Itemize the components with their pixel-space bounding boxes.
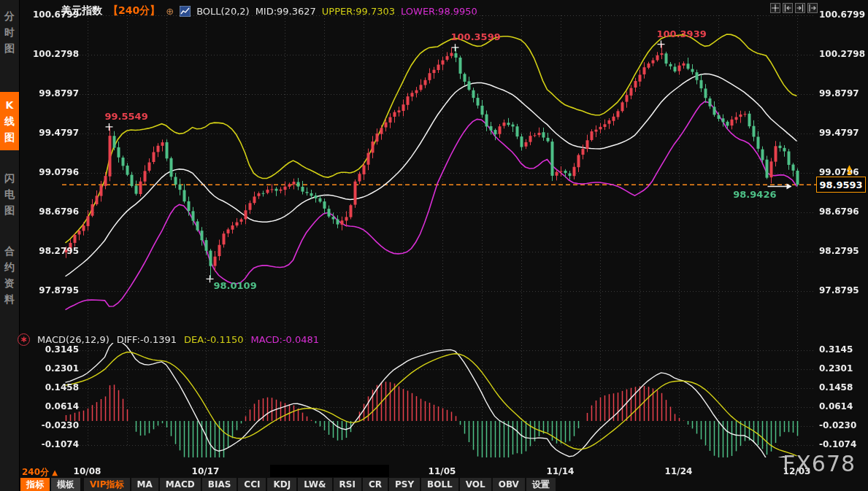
price-annotation: 100.3599 xyxy=(451,31,501,42)
macd-axis-label: 0.3145 xyxy=(819,344,868,355)
price-axis-label: 98.6796 xyxy=(22,206,79,217)
macd-axis-label: 0.2301 xyxy=(819,363,868,374)
price-axis-label: 100.2798 xyxy=(22,49,79,59)
sidebar: 分时图K线图闪电图合约资料 xyxy=(0,0,20,491)
price-annotation: 100.3939 xyxy=(657,28,707,39)
redacted-box xyxy=(270,465,389,477)
link-icon[interactable]: ⊕ xyxy=(166,6,174,17)
price-axis-label: 100.6799 xyxy=(819,9,868,20)
compress-axis-left-icon[interactable] xyxy=(783,3,793,13)
price-axis-label: 99.0796 xyxy=(22,167,79,177)
toolbar-button-BOLL[interactable]: BOLL xyxy=(421,478,458,491)
macd-axis-label: 0.0614 xyxy=(22,401,79,411)
toolbar-button-RSI[interactable]: RSI xyxy=(334,478,361,491)
macd-title: MACD(26,12,9) xyxy=(37,334,110,345)
price-axis-label: 99.4797 xyxy=(819,128,868,138)
toolbar-button-CCI[interactable]: CCI xyxy=(238,478,266,491)
macd-axis-label: 0.0614 xyxy=(819,401,868,411)
price-annotation: 98.0109 xyxy=(214,280,257,291)
indicator-toolbar: 指标模板VIP指标MAMACDBIASCCIKDJLW&RSICRPSYBOLL… xyxy=(20,478,556,491)
macd-axis-label: -0.1074 xyxy=(22,439,79,449)
view-controls xyxy=(770,3,818,13)
macd-axis-label: 0.3145 xyxy=(22,344,79,355)
toolbar-button-设置[interactable]: 设置 xyxy=(526,478,556,491)
macd-diff-value: DIFF:-0.1391 xyxy=(117,334,177,345)
boll-upper-value: UPPER:99.7303 xyxy=(322,6,395,17)
toolbar-button-MA[interactable]: MA xyxy=(131,478,158,491)
boll-mid-value: MID:99.3627 xyxy=(256,6,316,17)
macd-axis-label: -0.0230 xyxy=(22,420,79,430)
macd-header: ∗ MACD(26,12,9) DIFF:-0.1391 DEA:-0.1150… xyxy=(18,333,319,346)
period-tag[interactable]: 【240分】 xyxy=(108,4,160,18)
toolbar-button-VOL[interactable]: VOL xyxy=(460,478,491,491)
sidebar-tab-3[interactable]: 闪电图 xyxy=(0,165,19,223)
price-axis-label: 98.2795 xyxy=(819,246,868,256)
price-axis-label: 99.0796 xyxy=(819,167,868,177)
current-price-box: 98.9593 xyxy=(816,177,866,193)
shift-right-icon[interactable] xyxy=(807,3,818,13)
macd-axis-label: 0.2301 xyxy=(22,363,79,374)
price-axis-label: 99.4797 xyxy=(22,128,79,138)
macd-dea-value: DEA:-0.1150 xyxy=(184,334,243,345)
trading-terminal: 分时图K线图闪电图合约资料 美元指数 【240分】 ⊕ BOLL(20,2) M… xyxy=(0,0,868,491)
date-label: 11/05 xyxy=(422,466,463,476)
symbol-title: 美元指数 xyxy=(61,4,102,18)
toolbar-button-KDJ[interactable]: KDJ xyxy=(267,478,296,491)
period-dropdown-arrow: ▲ xyxy=(52,468,58,476)
price-up-arrows-icon: ▲▲ xyxy=(847,165,852,174)
chart-type-icon[interactable] xyxy=(180,6,191,17)
sidebar-tab-4[interactable]: 合约资料 xyxy=(0,238,19,312)
toolbar-button-模板[interactable]: 模板 xyxy=(51,478,80,491)
price-axis-label: 97.8795 xyxy=(22,285,79,295)
chart-canvas[interactable] xyxy=(0,0,868,491)
toolbar-button-BIAS[interactable]: BIAS xyxy=(202,478,237,491)
price-axis-label: 98.6796 xyxy=(819,206,868,217)
period-selector[interactable]: 240分 ▲ xyxy=(22,466,58,479)
macd-axis-label: 0.1458 xyxy=(819,382,868,393)
toolbar-button-指标[interactable]: 指标 xyxy=(20,478,50,491)
price-annotation: 99.5549 xyxy=(105,111,148,122)
toolbar-button-VIP指标[interactable]: VIP指标 xyxy=(84,478,130,491)
toolbar-button-MACD[interactable]: MACD xyxy=(160,478,201,491)
chart-header: 美元指数 【240分】 ⊕ BOLL(20,2) MID:99.3627 UPP… xyxy=(61,4,477,18)
boll-indicator-label: BOLL(20,2) xyxy=(196,6,250,17)
price-axis-label: 100.2798 xyxy=(819,49,868,59)
toolbar-button-OBV[interactable]: OBV xyxy=(493,478,525,491)
current-price-value: 98.9593 xyxy=(819,179,862,190)
price-annotation: 98.9426 xyxy=(733,189,777,200)
boll-lower-value: LOWER:98.9950 xyxy=(401,6,477,17)
price-axis-label: 99.8797 xyxy=(22,88,79,98)
macd-axis-label: -0.0230 xyxy=(819,420,868,430)
toolbar-button-LW&[interactable]: LW& xyxy=(298,478,331,491)
date-label: 10/17 xyxy=(185,466,226,476)
macd-axis-label: 0.1458 xyxy=(22,382,79,393)
indicator-settings-icon[interactable]: ∗ xyxy=(18,333,30,346)
macd-axis-label: -0.1074 xyxy=(819,439,868,449)
macd-hist-value: MACD:-0.0481 xyxy=(251,334,320,345)
toolbar-button-CR[interactable]: CR xyxy=(363,478,388,491)
sidebar-tab-2[interactable]: K线图 xyxy=(0,92,19,150)
price-axis-label: 99.8797 xyxy=(819,88,868,98)
toolbar-button-PSY[interactable]: PSY xyxy=(389,478,420,491)
date-label: 11/24 xyxy=(658,466,699,476)
price-axis-label: 97.8795 xyxy=(819,285,868,295)
price-axis-label: 98.2795 xyxy=(22,246,79,256)
sidebar-tab-1[interactable]: 分时图 xyxy=(0,3,19,61)
compress-axis-right-icon[interactable] xyxy=(795,3,805,13)
watermark: FX678 xyxy=(783,451,856,476)
date-label: 10/08 xyxy=(67,466,108,476)
pan-crosshair-icon[interactable] xyxy=(770,3,780,13)
date-label: 11/14 xyxy=(540,466,581,476)
